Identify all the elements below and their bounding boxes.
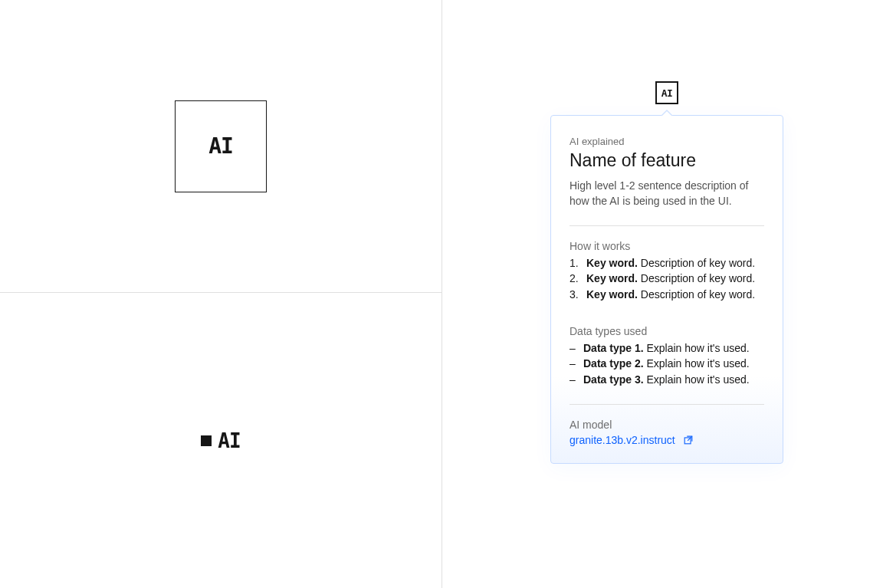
ai-chip-button[interactable]: AI [655,81,678,104]
key-word: Key word. [586,288,638,301]
list-item: Key word. Description of key word. [570,287,764,302]
data-type-name: Data type 2. [583,357,644,370]
ai-large-text: AI [208,133,233,159]
popover-description: High level 1-2 sentence description of h… [570,179,764,209]
data-types-label: Data types used [570,325,764,337]
model-link[interactable]: granite.13b.v2.instruct [570,434,675,446]
key-word: Key word. [586,257,638,269]
popover-divider-1 [570,225,764,226]
popover-title: Name of feature [570,150,764,171]
data-types-list: Data type 1. Explain how it's used. Data… [570,340,764,387]
popover-divider-2 [570,404,764,405]
ai-small-row: AI [201,429,240,452]
top-left-example: AI [0,0,442,292]
ai-small-text: AI [218,429,240,452]
data-type-desc: Explain how it's used. [646,342,749,354]
popover-caret-inner [661,111,672,117]
ai-large-box: AI [175,100,267,192]
data-type-desc: Explain how it's used. [646,373,749,386]
bottom-left-example: AI [0,293,442,588]
list-item: Data type 3. Explain how it's used. [570,372,764,387]
list-item: Data type 2. Explain how it's used. [570,356,764,371]
launch-icon [683,435,694,445]
how-it-works-list: Key word. Description of key word. Key w… [570,255,764,302]
ai-model-label: AI model [570,419,764,431]
key-word: Key word. [586,272,638,284]
data-type-name: Data type 3. [583,373,644,386]
data-type-desc: Explain how it's used. [646,357,749,370]
ai-explained-popover: AI explained Name of feature High level … [550,115,783,464]
data-type-name: Data type 1. [583,342,644,354]
list-item: Key word. Description of key word. [570,271,764,286]
how-it-works-label: How it works [570,240,764,252]
ai-chip-text: AI [661,87,673,99]
list-item: Key word. Description of key word. [570,255,764,271]
right-example: AI AI explained Name of feature High lev… [442,0,883,588]
popover-label: AI explained [570,136,764,147]
model-row: granite.13b.v2.instruct [570,434,764,446]
list-item: Data type 1. Explain how it's used. [570,340,764,356]
square-icon [201,435,212,446]
key-desc: Description of key word. [641,272,755,284]
key-desc: Description of key word. [641,288,755,301]
key-desc: Description of key word. [641,257,755,269]
